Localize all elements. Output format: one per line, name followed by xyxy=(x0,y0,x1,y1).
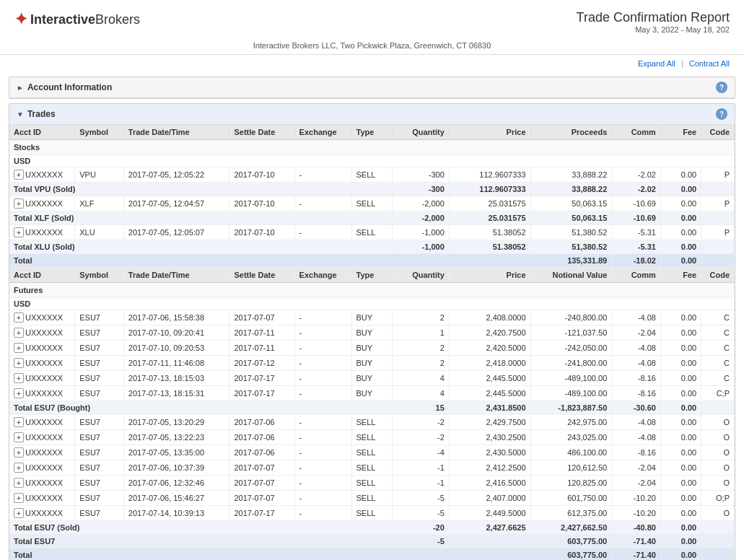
cell-exchange: - xyxy=(294,491,351,506)
cell-type: SELL xyxy=(351,476,392,491)
col-h2-symbol: Symbol xyxy=(75,268,124,283)
subtotal-xlu: Total XLU (Sold) -1,000 51.38052 51,380.… xyxy=(9,240,735,254)
expand-row-btn[interactable]: + xyxy=(14,373,24,383)
table-row: +UXXXXXX VPU 2017-07-05, 12:05:22 2017-0… xyxy=(9,167,735,183)
expand-row-btn[interactable]: + xyxy=(14,447,24,458)
cell-exchange: - xyxy=(294,167,351,183)
subtotal-comm: -2.02 xyxy=(612,183,661,196)
cell-settle: 2017-07-07 xyxy=(229,310,294,325)
cell-code: C xyxy=(701,325,735,341)
subtotal-qty: 15 xyxy=(392,401,449,415)
cell-type: SELL xyxy=(351,196,392,211)
total-label: Total xyxy=(9,548,530,561)
total-comm: -71.40 xyxy=(612,548,661,561)
table-row: +UXXXXXX ESU7 2017-07-11, 11:46:08 2017-… xyxy=(9,356,735,371)
expand-row-btn[interactable]: + xyxy=(14,417,24,427)
col-header-datetime: Trade Date/Time xyxy=(123,125,229,140)
trades-header[interactable]: ▼ Trades ? xyxy=(9,104,735,125)
table-row: +UXXXXXX XLF 2017-07-05, 12:04:57 2017-0… xyxy=(9,196,735,211)
cell-proceeds: 601,750.00 xyxy=(530,491,612,506)
table-header-row-2: Acct ID Symbol Trade Date/Time Settle Da… xyxy=(9,268,735,283)
expand-row-btn[interactable]: + xyxy=(14,493,24,503)
trades-help-icon[interactable]: ? xyxy=(716,108,727,120)
col-h2-price: Price xyxy=(449,268,530,283)
total-qty: -5 xyxy=(392,535,449,548)
subtotal-label: Total ESU7 (Sold) xyxy=(9,521,392,535)
futures-group-header: Futures xyxy=(9,283,735,298)
cell-type: SELL xyxy=(351,430,392,445)
subtotal-comm: -5.31 xyxy=(612,240,661,254)
expand-row-btn[interactable]: + xyxy=(14,312,24,323)
col-h2-fee: Fee xyxy=(660,268,701,283)
total-price xyxy=(449,535,530,548)
futures-label: Futures xyxy=(9,283,735,298)
expand-row-btn[interactable]: + xyxy=(14,328,24,338)
cell-exchange: - xyxy=(294,430,351,445)
total-proceeds: 135,331.89 xyxy=(530,254,612,268)
expand-row-btn[interactable]: + xyxy=(14,463,24,473)
col-h2-code: Code xyxy=(701,268,735,283)
cell-code: O;P xyxy=(701,491,735,506)
subtotal-qty: -300 xyxy=(392,183,449,196)
subtotal-code xyxy=(701,401,735,415)
cell-settle: 2017-07-07 xyxy=(229,476,294,491)
cell-exchange: - xyxy=(294,371,351,386)
cell-proceeds: -240,800.00 xyxy=(530,310,612,325)
cell-fee: 0.00 xyxy=(660,167,701,183)
col-header-type: Type xyxy=(351,125,392,140)
cell-exchange: - xyxy=(294,310,351,325)
cell-symbol: ESU7 xyxy=(75,460,124,476)
cell-fee: 0.00 xyxy=(660,310,701,325)
cell-qty: -4 xyxy=(392,445,449,460)
cell-acct: +UXXXXXX xyxy=(9,196,75,211)
cell-datetime: 2017-07-05, 12:04:57 xyxy=(123,196,229,211)
help-icon[interactable]: ? xyxy=(716,82,727,93)
logo: ✦ InteractiveBrokers xyxy=(14,10,140,29)
expand-row-btn[interactable]: + xyxy=(14,388,24,398)
expand-row-btn[interactable]: + xyxy=(14,432,24,442)
stocks-label: Stocks xyxy=(9,140,735,155)
cell-acct: +UXXXXXX xyxy=(9,460,75,476)
trades-table: Acct ID Symbol Trade Date/Time Settle Da… xyxy=(9,125,735,560)
cell-acct: +UXXXXXX xyxy=(9,310,75,325)
total-fee: 0.00 xyxy=(660,254,701,268)
cell-settle: 2017-07-10 xyxy=(229,167,294,183)
cell-proceeds: -121,037.50 xyxy=(530,325,612,341)
expand-row-btn[interactable]: + xyxy=(14,508,24,518)
cell-price: 2,430.2500 xyxy=(449,430,530,445)
cell-price: 2,408.0000 xyxy=(449,310,530,325)
cell-proceeds: 242,975.00 xyxy=(530,415,612,430)
cell-qty: 2 xyxy=(392,310,449,325)
expand-row-btn[interactable]: + xyxy=(14,343,24,353)
cell-price: 2,445.5000 xyxy=(449,386,530,401)
expand-row-btn[interactable]: + xyxy=(14,170,24,180)
cell-price: 2,445.5000 xyxy=(449,371,530,386)
col-header-exchange: Exchange xyxy=(294,125,351,140)
expand-row-btn[interactable]: + xyxy=(14,227,24,237)
subtotal-qty: -20 xyxy=(392,521,449,535)
cell-price: 2,407.0000 xyxy=(449,491,530,506)
cell-fee: 0.00 xyxy=(660,371,701,386)
cell-code: O xyxy=(701,415,735,430)
cell-proceeds: -241,800.00 xyxy=(530,356,612,371)
expand-row-btn[interactable]: + xyxy=(14,358,24,368)
contract-all-link[interactable]: Contract All xyxy=(689,59,730,68)
cell-acct: +UXXXXXX xyxy=(9,445,75,460)
expand-row-btn[interactable]: + xyxy=(14,198,24,209)
page-header: ✦ InteractiveBrokers Trade Confirmation … xyxy=(0,0,744,40)
table-row: +UXXXXXX ESU7 2017-07-05, 13:35:00 2017-… xyxy=(9,445,735,460)
cell-symbol: ESU7 xyxy=(75,386,124,401)
cell-type: SELL xyxy=(351,460,392,476)
subtotal-esu7-bought: Total ESU7 (Bought) 15 2,431.8500 -1,823… xyxy=(9,401,735,415)
expand-row-btn[interactable]: + xyxy=(14,478,24,488)
subtotal-esu7-sold: Total ESU7 (Sold) -20 2,427.6625 2,427,6… xyxy=(9,521,735,535)
col-h2-exchange: Exchange xyxy=(294,268,351,283)
cell-type: BUY xyxy=(351,341,392,356)
table-row: +UXXXXXX XLU 2017-07-05, 12:05:07 2017-0… xyxy=(9,225,735,240)
total-fee: 0.00 xyxy=(660,548,701,561)
account-info-header[interactable]: ► Account Information ? xyxy=(9,77,735,98)
table-row: +UXXXXXX ESU7 2017-07-06, 10:37:39 2017-… xyxy=(9,460,735,476)
expand-all-link[interactable]: Expand All xyxy=(638,59,675,68)
cell-proceeds: 51,380.52 xyxy=(530,225,612,240)
cell-type: BUY xyxy=(351,310,392,325)
